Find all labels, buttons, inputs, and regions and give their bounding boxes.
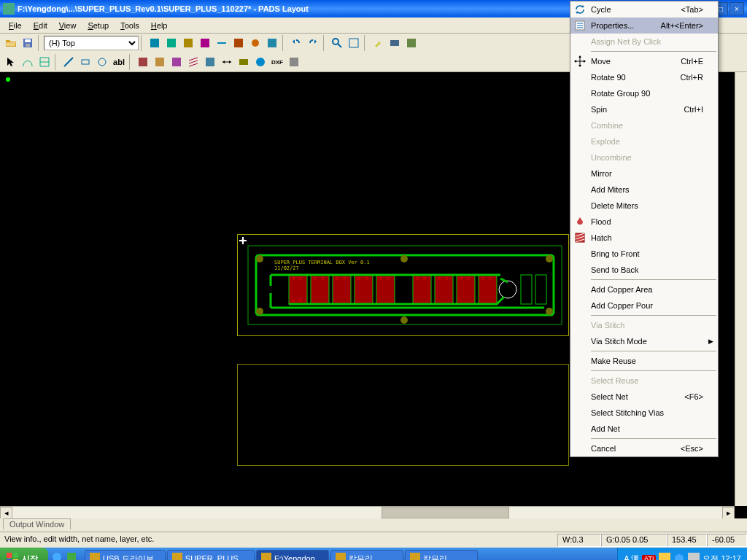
flood-button[interactable]: [202, 54, 218, 70]
misc-button[interactable]: [286, 54, 302, 70]
blank: [572, 246, 588, 261]
draft-btn-3[interactable]: [36, 54, 53, 70]
ctx-move[interactable]: MoveCtrl+E: [570, 53, 718, 69]
selection-box[interactable]: SUPER_PLUS TERMINAL BOX Ver 0.1 11/02/27: [237, 234, 569, 336]
ctx-rotate-group-90[interactable]: Rotate Group 90: [570, 85, 718, 101]
save-button[interactable]: [20, 35, 36, 51]
ql-ie-icon[interactable]: [51, 551, 64, 560]
ctx-cycle[interactable]: Cycle<Tab>: [570, 1, 718, 18]
tool-btn-8[interactable]: [264, 35, 280, 51]
scroll-left-button[interactable]: ◂: [0, 507, 12, 518]
ctx-make-reuse[interactable]: Make Reuse: [570, 353, 718, 369]
tray-icon-3[interactable]: [688, 553, 700, 560]
tool-btn-5[interactable]: [214, 35, 230, 51]
scrollbar-horizontal[interactable]: ◂ ▸: [0, 506, 735, 518]
menu-help[interactable]: Help: [145, 20, 174, 31]
taskbar-task[interactable]: SUPER_PLUS_...: [167, 550, 255, 560]
ctx-send-to-back[interactable]: Send to Back: [570, 262, 718, 278]
svg-rect-69: [489, 277, 492, 280]
ctx-hatch[interactable]: Hatch: [570, 230, 718, 246]
tool-btn-2[interactable]: [163, 35, 179, 51]
scroll-right-button[interactable]: ▸: [722, 507, 735, 518]
ctx-select-net[interactable]: Select Net<F6>: [570, 389, 718, 405]
board-outline-2[interactable]: [237, 364, 569, 466]
cam-button[interactable]: [252, 54, 268, 70]
output-button[interactable]: [387, 35, 403, 51]
svg-rect-42: [376, 275, 395, 304]
ctx-delete-miters[interactable]: Delete Miters: [570, 198, 718, 214]
tool-btn-1[interactable]: [147, 35, 163, 51]
ctx-explode: Explode: [570, 133, 718, 149]
blank: [572, 298, 588, 313]
taskbar-task[interactable]: F:\Yengdon...: [256, 550, 329, 560]
tool-btn-4[interactable]: [197, 35, 213, 51]
tray-icon-1[interactable]: [659, 553, 670, 560]
pour-button[interactable]: [152, 54, 168, 70]
tray-icon-2[interactable]: [673, 553, 685, 560]
ctx-flood[interactable]: Flood: [570, 214, 718, 230]
ctx-add-copper-pour[interactable]: Add Copper Pour: [570, 298, 718, 314]
ctx-label: Via Stitch: [588, 321, 703, 330]
circle-button[interactable]: [94, 54, 110, 70]
tool-btn-3[interactable]: [180, 35, 196, 51]
menu-setup[interactable]: Setup: [82, 20, 115, 31]
ime-indicator[interactable]: A 漢: [624, 553, 639, 561]
zoomfit-button[interactable]: [346, 35, 362, 51]
scrollbar-vertical[interactable]: [735, 72, 747, 506]
project-button[interactable]: [403, 35, 419, 51]
undo-button[interactable]: [288, 35, 304, 51]
redo-button[interactable]: [305, 35, 321, 51]
output-window-tab[interactable]: Output Window: [0, 518, 747, 532]
task-icon: [172, 553, 182, 560]
status-y: -60.05: [707, 534, 747, 547]
keepout-button[interactable]: [169, 54, 185, 70]
hatch-button[interactable]: [185, 54, 201, 70]
svg-rect-6: [201, 39, 209, 47]
ctx-mirror[interactable]: Mirror: [570, 166, 718, 182]
draft-btn-2[interactable]: [20, 54, 36, 70]
svg-rect-66: [460, 277, 462, 280]
system-tray[interactable]: A 漢 ATI 오전 12:17: [617, 548, 747, 560]
blank: [572, 34, 588, 49]
svg-rect-56: [336, 277, 338, 280]
taskbar-task[interactable]: 칼무리: [405, 550, 478, 560]
menu-file[interactable]: File: [3, 20, 28, 31]
tool-btn-6[interactable]: [231, 35, 247, 51]
ctx-select-stitching-vias[interactable]: Select Stitching Vias: [570, 405, 718, 421]
dxf-button[interactable]: DXF: [269, 54, 285, 70]
taskbar-task[interactable]: 칼무리: [330, 550, 403, 560]
ati-icon[interactable]: ATI: [642, 555, 656, 560]
scroll-thumb[interactable]: [382, 507, 509, 518]
ctx-via-stitch-mode[interactable]: Via Stitch Mode▶: [570, 333, 718, 349]
layer-select[interactable]: (H) Top: [44, 36, 139, 50]
tray-clock[interactable]: 오전 12:17: [703, 553, 741, 561]
ctx-cancel[interactable]: Cancel<Esc>: [570, 440, 718, 456]
text-button[interactable]: abl: [111, 54, 127, 70]
menu-edit[interactable]: Edit: [28, 20, 53, 31]
menu-tools[interactable]: Tools: [115, 20, 145, 31]
start-button[interactable]: 시작: [0, 548, 48, 560]
close-button[interactable]: ×: [729, 2, 744, 15]
zoom-button[interactable]: [329, 35, 345, 51]
ctx-add-net[interactable]: Add Net: [570, 421, 718, 437]
select-button[interactable]: [3, 54, 19, 70]
tool-btn-7[interactable]: [247, 35, 263, 51]
line-button[interactable]: [61, 54, 77, 70]
copper-button[interactable]: [135, 54, 151, 70]
ql-app-icon[interactable]: [66, 551, 79, 560]
ctx-spin[interactable]: SpinCtrl+I: [570, 101, 718, 117]
decal-button[interactable]: [236, 54, 252, 70]
ctx-label: Combine: [588, 121, 703, 130]
svg-point-47: [499, 281, 516, 298]
ctx-properties-[interactable]: Properties...Alt+<Enter>: [570, 18, 718, 34]
highlight-button[interactable]: [370, 35, 386, 51]
taskbar-task[interactable]: USB 드라이브...: [85, 550, 166, 560]
dim-button[interactable]: [219, 54, 235, 70]
ctx-add-miters[interactable]: Add Miters: [570, 182, 718, 198]
menu-view[interactable]: View: [53, 20, 82, 31]
rect-button[interactable]: [77, 54, 93, 70]
open-button[interactable]: [3, 35, 19, 51]
ctx-add-copper-area[interactable]: Add Copper Area: [570, 281, 718, 298]
ctx-bring-to-front[interactable]: Bring to Front: [570, 246, 718, 262]
ctx-rotate-90[interactable]: Rotate 90Ctrl+R: [570, 69, 718, 85]
